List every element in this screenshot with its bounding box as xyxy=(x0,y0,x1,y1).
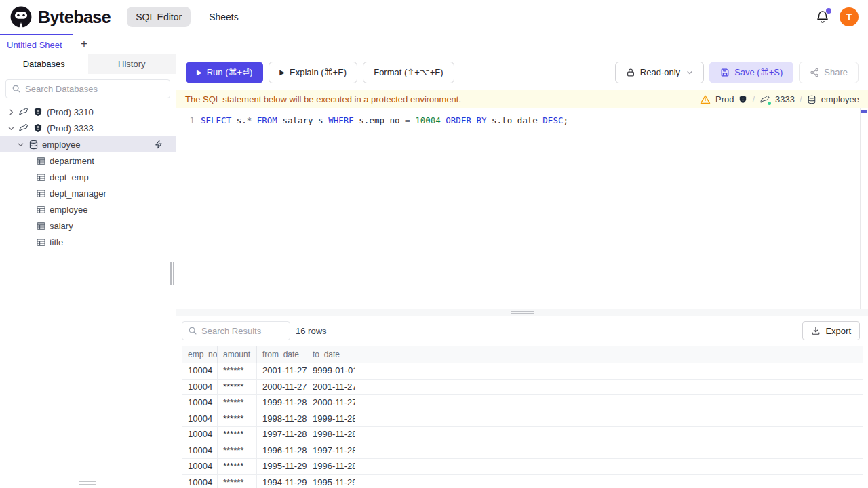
table-cell-to_date[interactable]: 1996-11-28 xyxy=(307,459,355,474)
column-header-from_date[interactable]: from_date xyxy=(257,346,307,363)
avatar[interactable]: T xyxy=(840,7,859,26)
column-header-amount[interactable]: amount xyxy=(218,346,257,363)
table-cell-from_date[interactable]: 1998-11-28 xyxy=(257,411,307,427)
sql-editor-app: Bytebase SQL Editor Sheets T Untitled Sh… xyxy=(0,0,868,488)
format-label: Format (⇧+⌥+F) xyxy=(374,67,443,77)
export-button[interactable]: Export xyxy=(802,321,860,340)
nav-sheets[interactable]: Sheets xyxy=(200,7,248,27)
sheet-tab-label: Untitled Sheet xyxy=(7,40,62,50)
table-cell-emp_no[interactable]: 10004 xyxy=(182,475,218,488)
share-button[interactable]: Share xyxy=(799,62,859,83)
table-cell-emp_no[interactable]: 10004 xyxy=(182,443,218,459)
sql-editor[interactable]: 1 SELECT s.* FROM salary s WHERE s.emp_n… xyxy=(176,108,868,309)
top-nav: SQL Editor Sheets xyxy=(127,7,248,27)
tree-item-employee[interactable]: employee xyxy=(0,136,176,152)
chevron-down-icon[interactable] xyxy=(16,140,24,148)
save-button[interactable]: Save (⌘+S) xyxy=(709,62,793,83)
table-row[interactable]: 10004******1994-11-291995-11-29 xyxy=(182,475,863,488)
breadcrumb-separator: / xyxy=(800,94,802,104)
tree-item-employee[interactable]: employee xyxy=(0,201,176,218)
editor-overview-ruler[interactable] xyxy=(860,108,868,309)
table-row[interactable]: 10004******1996-11-281997-11-28 xyxy=(182,443,863,460)
tree-item-salary[interactable]: salary xyxy=(0,218,176,234)
table-row[interactable]: 10004******2001-11-279999-01-01 xyxy=(182,363,863,380)
table-cell-amount[interactable]: ****** xyxy=(218,395,257,411)
table-cell-from_date[interactable]: 1997-11-28 xyxy=(257,427,307,443)
tab-untitled-sheet[interactable]: Untitled Sheet xyxy=(0,34,73,54)
table-cell-from_date[interactable]: 2000-11-27 xyxy=(257,380,307,395)
table-cell-to_date[interactable]: 9999-01-01 xyxy=(307,363,355,379)
table-cell-amount[interactable]: ****** xyxy=(218,380,257,395)
table-cell-to_date[interactable]: 2000-11-27 xyxy=(307,395,355,411)
shield-icon xyxy=(738,95,747,104)
table-cell-to_date[interactable]: 1998-11-28 xyxy=(307,427,355,443)
sql-token-plain: salary s xyxy=(277,115,328,125)
format-button[interactable]: Format (⇧+⌥+F) xyxy=(363,62,454,83)
environment-label[interactable]: Prod xyxy=(715,94,734,104)
table-cell-to_date[interactable]: 1997-11-28 xyxy=(307,443,355,459)
sql-token-plain xyxy=(410,115,416,125)
table-cell-amount[interactable]: ****** xyxy=(218,363,257,379)
tree-item-department[interactable]: department xyxy=(0,152,176,169)
table-row[interactable]: 10004******2000-11-272001-11-27 xyxy=(182,380,863,396)
tree-item-dept-manager[interactable]: dept_manager xyxy=(0,185,176,201)
table-cell-from_date[interactable]: 1994-11-29 xyxy=(257,475,307,488)
column-header-to_date[interactable]: to_date xyxy=(307,346,355,363)
instance-label[interactable]: 3333 xyxy=(775,94,795,104)
bytebase-logo[interactable]: Bytebase xyxy=(9,5,111,28)
bolt-icon[interactable] xyxy=(154,140,163,149)
table-cell-from_date[interactable]: 1996-11-28 xyxy=(257,443,307,459)
table-cell-to_date[interactable]: 2001-11-27 xyxy=(307,380,355,395)
table-cell-emp_no[interactable]: 10004 xyxy=(182,395,218,411)
search-databases-input[interactable] xyxy=(25,84,164,94)
tree-item-label: (Prod) 3333 xyxy=(47,123,94,134)
chevron-down-icon[interactable] xyxy=(7,124,15,132)
table-cell-from_date[interactable]: 1999-11-28 xyxy=(257,395,307,411)
run-button[interactable]: ▶ Run (⌘+⏎) xyxy=(186,62,263,83)
ruler-cursor-mark xyxy=(861,110,867,113)
table-cell-from_date[interactable]: 1995-11-29 xyxy=(257,459,307,474)
tree-item-prod-3310[interactable]: (Prod) 3310 xyxy=(0,104,176,120)
tree-item-label: employee xyxy=(42,140,80,150)
table-row[interactable]: 10004******1997-11-281998-11-28 xyxy=(182,427,863,443)
table-cell-amount[interactable]: ****** xyxy=(218,411,257,427)
database-label[interactable]: employee xyxy=(821,94,859,104)
table-cell-to_date[interactable]: 1999-11-28 xyxy=(307,411,355,427)
database-search[interactable] xyxy=(5,79,170,98)
tree-item-prod-3333[interactable]: (Prod) 3333 xyxy=(0,120,176,136)
readonly-mode-button[interactable]: Read-only xyxy=(615,62,704,83)
tab-history[interactable]: History xyxy=(88,54,176,74)
scrollbar-grip[interactable] xyxy=(79,481,96,485)
sidebar-scrollbar[interactable] xyxy=(0,481,176,485)
table-cell-emp_no[interactable]: 10004 xyxy=(182,459,218,474)
table-cell-emp_no[interactable]: 10004 xyxy=(182,380,218,395)
table-cell-amount[interactable]: ****** xyxy=(218,443,257,459)
column-header-emp_no[interactable]: emp_no xyxy=(182,346,218,363)
tab-databases[interactable]: Databases xyxy=(0,54,88,74)
chevron-right-icon[interactable] xyxy=(7,108,15,116)
tree-item-dept-emp[interactable]: dept_emp xyxy=(0,169,176,185)
table-cell-emp_no[interactable]: 10004 xyxy=(182,427,218,443)
table-cell-emp_no[interactable]: 10004 xyxy=(182,363,218,379)
results-resize-handle[interactable] xyxy=(176,309,868,316)
table-cell-emp_no[interactable]: 10004 xyxy=(182,411,218,427)
table-row[interactable]: 10004******1995-11-291996-11-28 xyxy=(182,459,863,475)
table-cell-amount[interactable]: ****** xyxy=(218,427,257,443)
results-search[interactable] xyxy=(182,321,290,340)
tree-item-title[interactable]: title xyxy=(0,234,176,250)
table-cell-from_date[interactable]: 2001-11-27 xyxy=(257,363,307,379)
table-row[interactable]: 10004******1999-11-282000-11-27 xyxy=(182,395,863,411)
sql-code-line[interactable]: 1 SELECT s.* FROM salary s WHERE s.emp_n… xyxy=(176,108,868,127)
notifications-button[interactable] xyxy=(815,9,830,24)
explain-button[interactable]: ▶ Explain (⌘+E) xyxy=(269,62,357,83)
table-row[interactable]: 10004******1998-11-281999-11-28 xyxy=(182,411,863,428)
search-results-input[interactable] xyxy=(201,326,284,336)
sidebar-resize-handle[interactable] xyxy=(170,262,174,285)
table-cell-amount[interactable]: ****** xyxy=(218,475,257,488)
table-cell-amount[interactable]: ****** xyxy=(218,459,257,474)
table-cell-to_date[interactable]: 1995-11-29 xyxy=(307,475,355,488)
line-number: 1 xyxy=(176,114,201,127)
add-sheet-button[interactable]: + xyxy=(73,34,95,54)
readonly-label: Read-only xyxy=(640,67,680,77)
nav-sql-editor[interactable]: SQL Editor xyxy=(127,7,191,27)
